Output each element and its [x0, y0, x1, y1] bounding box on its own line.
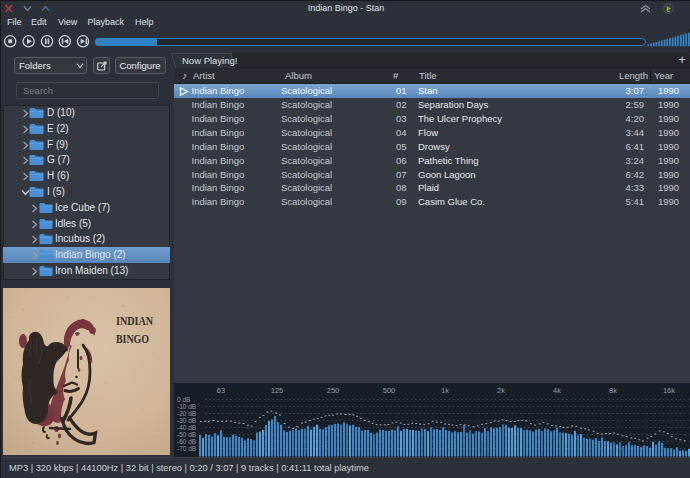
svg-text:INDIAN: INDIAN: [116, 314, 153, 328]
svg-text:63: 63: [217, 386, 225, 395]
svg-text:8k: 8k: [609, 386, 617, 395]
svg-text:2k: 2k: [497, 386, 505, 395]
svg-text:16k: 16k: [663, 386, 675, 395]
svg-text:-70 dB: -70 dB: [177, 445, 196, 452]
svg-text:BINGO: BINGO: [116, 332, 149, 346]
svg-text:-10 dB: -10 dB: [177, 403, 196, 410]
svg-text:-50 dB: -50 dB: [177, 431, 196, 438]
svg-text:-20 dB: -20 dB: [177, 410, 196, 417]
svg-text:0 dB: 0 dB: [177, 396, 190, 403]
svg-text:500: 500: [383, 386, 396, 395]
svg-text:1k: 1k: [441, 386, 449, 395]
svg-text:125: 125: [271, 386, 284, 395]
svg-text:250: 250: [327, 386, 340, 395]
svg-text:-60 dB: -60 dB: [177, 438, 196, 445]
svg-text:-40 dB: -40 dB: [177, 424, 196, 431]
svg-text:4k: 4k: [553, 386, 561, 395]
svg-text:-30 dB: -30 dB: [177, 417, 196, 424]
